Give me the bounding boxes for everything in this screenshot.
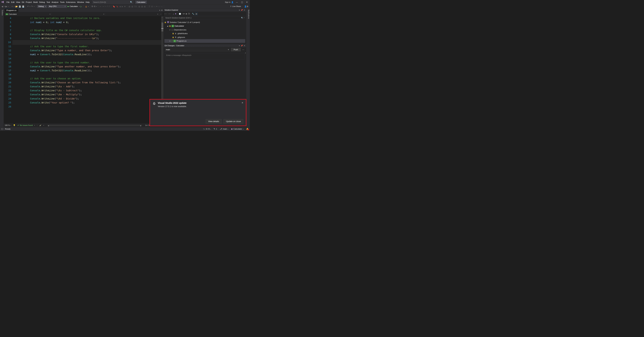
nav-type-dropdown[interactable]: ▾ <box>51 13 105 16</box>
menu-project[interactable]: Project <box>25 1 33 3</box>
no-issues-indicator[interactable]: ✔ No issues found ▾ <box>18 124 35 126</box>
code-line[interactable]: 7 // Display title as the C# console cal… <box>4 28 164 32</box>
new-project-icon[interactable]: ✧ <box>11 5 13 8</box>
dependencies-node[interactable]: ▷ ⬚ Dependencies <box>164 28 245 32</box>
account-settings-icon[interactable]: 👤⚙ <box>244 5 248 8</box>
code-line[interactable]: 12 Console.WriteLine("Type a number, and… <box>4 48 164 52</box>
se-back-icon[interactable]: ⟵ <box>164 13 167 15</box>
window-minimize-button[interactable]: — <box>235 1 238 3</box>
grid-tool-5-icon[interactable]: ▦ <box>144 5 146 8</box>
se-properties-icon[interactable]: 🔧 <box>192 13 194 15</box>
code-line[interactable]: 8 Console.WriteLine("Console Calculator … <box>4 32 164 36</box>
uncomment-icon[interactable]: // <box>109 5 110 7</box>
code-line[interactable]: 24 Console.WriteLine("\td - Divide"); <box>4 97 164 101</box>
tab-settings-icon[interactable]: ⚙ <box>161 9 163 11</box>
status-branch[interactable]: ⎇ main ▴ <box>220 128 228 130</box>
panel-dropdown-icon[interactable]: ▾ <box>239 9 240 11</box>
sign-in-button[interactable]: Sign in 👤 <box>225 1 234 3</box>
panel-pin-icon[interactable]: 📌 <box>241 44 243 46</box>
se-preview-toggle[interactable]: ⊟ <box>195 12 198 15</box>
code-line[interactable]: 26 <box>4 105 164 109</box>
code-line[interactable]: 21 Console.WriteLine("\ta - Add"); <box>4 85 164 89</box>
branch-dropdown[interactable]: main▾ <box>165 48 230 51</box>
panel-close-icon[interactable]: ✕ <box>244 9 245 11</box>
save-icon[interactable]: 💾 <box>19 5 21 8</box>
indent-left-icon[interactable]: ⇤ <box>100 5 102 8</box>
code-line[interactable]: 11 // Ask the user to type the first num… <box>4 44 164 48</box>
code-line[interactable]: 20 Console.WriteLine("Choose an option f… <box>4 80 164 84</box>
bookmark-icon[interactable]: 🔖 <box>113 5 115 8</box>
nav-back-icon[interactable]: ◀ <box>2 5 3 8</box>
se-copy-icon[interactable]: ❐ <box>188 13 190 15</box>
panel-close-icon[interactable]: ✕ <box>244 44 245 46</box>
shape-icon-3[interactable]: ▭ <box>161 5 162 8</box>
collapse-icon[interactable]: ◢ <box>167 25 168 27</box>
window-close-button[interactable]: ✕ <box>246 1 248 3</box>
code-line[interactable]: 5 int num1 = 0; int num2 = 0; <box>4 20 164 24</box>
push-button[interactable]: Push <box>231 48 240 51</box>
bookmarks-clear-icon[interactable]: ✖ <box>124 5 126 8</box>
menu-view[interactable]: View <box>15 1 21 3</box>
menu-git[interactable]: Git <box>21 1 25 3</box>
solution-explorer-search[interactable]: Search Solution Explorer (Ctrl+;) 🔍▾ <box>164 16 245 20</box>
live-share-button[interactable]: ⇪Live Share <box>230 5 241 7</box>
panel-pin-icon[interactable]: 📌 <box>241 9 243 11</box>
editor-horizontal-scrollbar[interactable]: ◂▸ <box>48 125 142 126</box>
code-line[interactable]: 25 Console.Write("Your option? "); <box>4 101 164 105</box>
bookmark-dim-icon[interactable]: 🔖 <box>116 5 118 8</box>
hot-reload-icon[interactable]: 🔥 <box>85 5 87 8</box>
menu-help[interactable]: Help <box>85 1 90 3</box>
code-line[interactable]: 22 Console.WriteLine("\ts - Subtract"); <box>4 89 164 93</box>
se-history-icon[interactable]: 🕓 <box>179 13 181 15</box>
nav-forward-icon[interactable]: ▶ <box>6 5 7 8</box>
toolbox-tab[interactable]: Toolbox <box>0 8 4 127</box>
code-line[interactable]: 19 // Ask the user to choose an option. <box>4 76 164 80</box>
commit-message-input[interactable]: Enter a message <Required> <box>165 53 245 59</box>
sql-icon[interactable]: SQL <box>134 5 138 8</box>
more-actions-button[interactable]: ⋯ <box>242 48 245 51</box>
se-switch-view-icon[interactable]: ❖ <box>175 13 176 15</box>
grid-tool-4-icon[interactable]: ▦ <box>141 5 143 8</box>
grid-tool-2-icon[interactable]: ▦ <box>131 5 133 8</box>
start-without-debug-icon[interactable]: ▷ <box>80 5 82 8</box>
zoom-dropdown[interactable]: 100 % ▾ <box>5 124 11 126</box>
list-icon[interactable]: ☰ <box>148 5 150 8</box>
project-node[interactable]: ◢ 🔒 C# Calculator <box>164 24 245 28</box>
toast-close-button[interactable]: ✕ <box>242 102 243 108</box>
quick-search-box[interactable]: Search (Ctrl+Q) 🔍 <box>92 0 133 4</box>
expand-icon[interactable]: ▷ <box>169 28 171 31</box>
shape-icon-1[interactable]: ▭ <box>154 5 156 8</box>
code-line[interactable]: 4 // Declare variables and then initiali… <box>4 16 164 20</box>
indent-right-icon[interactable]: ⇥ <box>102 5 104 8</box>
redo-icon[interactable]: ↷ <box>31 5 33 8</box>
editor-tab-program-cs[interactable]: Program.cs <box>4 8 18 12</box>
open-file-icon[interactable]: 📂 <box>15 5 18 8</box>
next-bookmark-icon[interactable]: ▶ <box>122 5 123 8</box>
split-editor-icon[interactable]: ⫞ <box>159 13 162 16</box>
scrollbar-thumb[interactable] <box>162 22 163 31</box>
code-line[interactable]: 14 <box>4 56 164 60</box>
menu-edit[interactable]: Edit <box>10 1 15 3</box>
prev-bookmark-icon[interactable]: ◀ <box>119 5 121 8</box>
code-line[interactable]: 6 <box>4 24 164 28</box>
status-project[interactable]: ◆ Calculator ▴ <box>231 128 244 130</box>
tool-icon-2[interactable]: ⧉ <box>94 5 95 8</box>
code-line[interactable]: 16 Console.WriteLine("Type another numbe… <box>4 64 164 68</box>
start-debug-button[interactable]: ▶ Calculator▾ <box>68 5 80 7</box>
menu-extensions[interactable]: Extensions <box>65 1 76 3</box>
ruler-icon[interactable]: ⊞ <box>151 5 153 8</box>
menu-debug[interactable]: Debug <box>38 1 46 3</box>
view-details-button[interactable]: View details <box>206 119 222 124</box>
undo-icon[interactable]: ↶ <box>27 5 29 8</box>
solution-node[interactable]: 🔒 Solution 'Calculator' (1 of 1 project) <box>164 20 245 24</box>
nav-member-dropdown[interactable]: ▾ <box>105 13 159 16</box>
grid-tool-icon[interactable]: ▦ <box>128 5 130 8</box>
menu-tools[interactable]: Tools <box>59 1 65 3</box>
code-line[interactable]: 15 // Ask the user to type the second nu… <box>4 60 164 64</box>
grid-tool-3-icon[interactable]: ▦ <box>138 5 140 8</box>
menu-analyze[interactable]: Analyze <box>51 1 59 3</box>
code-line[interactable]: 23 Console.WriteLine("\tm - Multiply"); <box>4 93 164 97</box>
file-node-gitattributes[interactable]: 🔒 🗎 .gitattributes <box>164 32 245 35</box>
file-node-gitignore[interactable]: 🔒 🗎 .gitignore <box>164 35 245 39</box>
status-sync[interactable]: ↑↓ 3 / 0 ▴ <box>203 128 211 130</box>
